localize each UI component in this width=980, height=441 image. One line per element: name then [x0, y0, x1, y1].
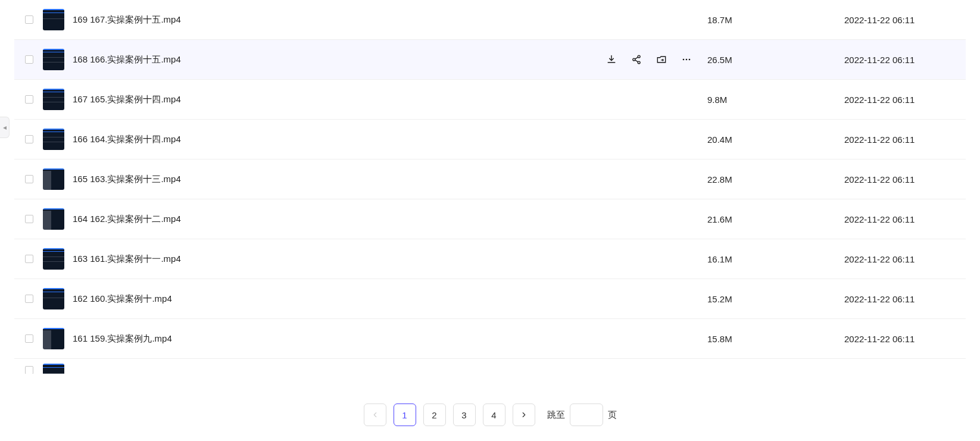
page-prev-button[interactable]: [364, 404, 386, 426]
file-name-link[interactable]: 163 161.实操案例十一.mp4: [73, 254, 707, 265]
file-name-link[interactable]: 164 162.实操案例十二.mp4: [73, 214, 707, 225]
file-name-link[interactable]: 166 164.实操案例十四.mp4: [73, 134, 707, 145]
file-size: 18.7M: [707, 15, 844, 25]
move-button[interactable]: [655, 53, 668, 66]
chevron-left-icon: [371, 411, 379, 419]
pagination-bar: 1234 跳至 页: [14, 389, 966, 441]
table-row[interactable]: 162 160.实操案例十.mp415.2M2022-11-22 06:11: [14, 279, 966, 319]
file-date: 2022-11-22 06:11: [844, 135, 963, 145]
svg-point-11: [689, 59, 691, 61]
file-date: 2022-11-22 06:11: [844, 334, 963, 344]
file-name-link[interactable]: 169 167.实操案例十五.mp4: [73, 14, 707, 26]
file-name-link[interactable]: 161 159.实操案例九.mp4: [73, 333, 707, 345]
jump-label: 跳至: [547, 409, 565, 421]
row-checkbox[interactable]: [25, 295, 33, 303]
svg-point-9: [683, 59, 685, 61]
jump-page-input[interactable]: [570, 404, 603, 426]
row-checkbox[interactable]: [25, 366, 33, 374]
table-row[interactable]: 161 159.实操案例九.mp415.8M2022-11-22 06:11: [14, 319, 966, 359]
table-row[interactable]: [14, 359, 966, 374]
video-thumbnail: [43, 9, 64, 30]
video-thumbnail: [43, 49, 64, 70]
file-list-scroll[interactable]: 169 167.实操案例十五.mp418.7M2022-11-22 06:111…: [14, 0, 966, 389]
move-to-folder-icon: [656, 54, 667, 65]
page-next-button[interactable]: [513, 404, 535, 426]
file-list-panel: 169 167.实操案例十五.mp418.7M2022-11-22 06:111…: [14, 0, 966, 441]
row-checkbox[interactable]: [25, 95, 33, 104]
table-row[interactable]: 166 164.实操案例十四.mp420.4M2022-11-22 06:11: [14, 120, 966, 159]
download-icon: [606, 54, 617, 65]
file-size: 9.8M: [707, 95, 844, 105]
file-date: 2022-11-22 06:11: [844, 15, 963, 25]
video-thumbnail: [43, 248, 64, 270]
row-checkbox[interactable]: [25, 215, 33, 223]
page-number-button[interactable]: 3: [453, 404, 476, 426]
row-checkbox[interactable]: [25, 55, 33, 64]
file-date: 2022-11-22 06:11: [844, 174, 963, 184]
row-checkbox[interactable]: [25, 135, 33, 143]
video-thumbnail: [43, 328, 64, 349]
file-size: 21.6M: [707, 214, 844, 224]
table-row[interactable]: 168 166.实操案例十五.mp426.5M2022-11-22 06:11: [14, 40, 966, 80]
sidebar-collapse-toggle[interactable]: ◂: [0, 117, 10, 138]
row-checkbox[interactable]: [25, 175, 33, 183]
table-row[interactable]: 164 162.实操案例十二.mp421.6M2022-11-22 06:11: [14, 199, 966, 239]
file-size: 16.1M: [707, 254, 844, 264]
file-size: 15.2M: [707, 294, 844, 304]
file-date: 2022-11-22 06:11: [844, 294, 963, 304]
svg-point-6: [638, 55, 640, 58]
file-name-link[interactable]: 162 160.实操案例十.mp4: [73, 293, 707, 305]
row-checkbox[interactable]: [25, 255, 33, 263]
page-number-button[interactable]: 2: [423, 404, 446, 426]
page-unit-label: 页: [608, 409, 617, 421]
svg-point-8: [638, 61, 640, 64]
video-thumbnail: [43, 364, 64, 374]
file-size: 15.8M: [707, 334, 844, 344]
video-thumbnail: [43, 168, 64, 190]
table-row[interactable]: 163 161.实操案例十一.mp416.1M2022-11-22 06:11: [14, 239, 966, 279]
row-actions: [605, 53, 707, 66]
table-row[interactable]: 167 165.实操案例十四.mp49.8M2022-11-22 06:11: [14, 80, 966, 120]
row-checkbox[interactable]: [25, 15, 33, 24]
share-icon: [631, 54, 642, 65]
file-size: 22.8M: [707, 174, 844, 184]
svg-point-10: [686, 59, 688, 61]
download-button[interactable]: [605, 53, 618, 66]
file-date: 2022-11-22 06:11: [844, 214, 963, 224]
share-button[interactable]: [630, 53, 643, 66]
table-row[interactable]: 169 167.实操案例十五.mp418.7M2022-11-22 06:11: [14, 0, 966, 40]
file-size: 26.5M: [707, 55, 844, 65]
file-size: 20.4M: [707, 135, 844, 145]
row-checkbox[interactable]: [25, 334, 33, 343]
chevron-right-icon: [520, 411, 528, 419]
more-horizontal-icon: [681, 54, 692, 65]
file-name-link[interactable]: 167 165.实操案例十四.mp4: [73, 94, 707, 105]
video-thumbnail: [43, 89, 64, 110]
page-number-button[interactable]: 4: [483, 404, 505, 426]
video-thumbnail: [43, 129, 64, 150]
file-date: 2022-11-22 06:11: [844, 55, 963, 65]
video-thumbnail: [43, 288, 64, 309]
more-actions-button[interactable]: [680, 53, 693, 66]
page-number-button[interactable]: 1: [394, 404, 416, 426]
file-name-link[interactable]: 168 166.实操案例十五.mp4: [73, 54, 605, 65]
svg-point-7: [633, 58, 635, 61]
file-name-link[interactable]: 165 163.实操案例十三.mp4: [73, 174, 707, 185]
video-thumbnail: [43, 208, 64, 230]
file-date: 2022-11-22 06:11: [844, 254, 963, 264]
file-date: 2022-11-22 06:11: [844, 95, 963, 105]
jump-to-page: 跳至 页: [547, 404, 617, 426]
table-row[interactable]: 165 163.实操案例十三.mp422.8M2022-11-22 06:11: [14, 159, 966, 199]
